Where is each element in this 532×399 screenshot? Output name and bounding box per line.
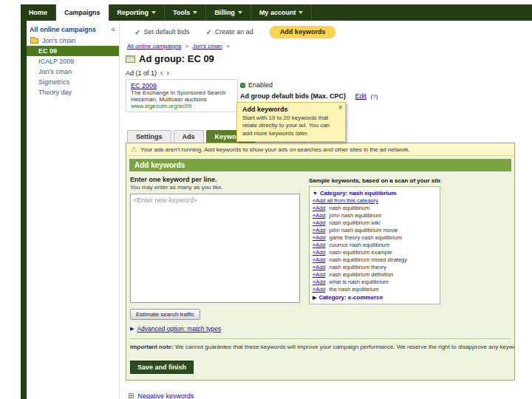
nav-tab-tools[interactable]: Tools [165, 4, 206, 21]
add-keyword-link[interactable]: «Add [313, 249, 326, 256]
estimate-search-traffic-button[interactable]: Estimate search traffic [130, 309, 200, 320]
add-keyword-link[interactable]: «Add [313, 279, 326, 286]
add-keyword-link[interactable]: «Add [313, 242, 326, 249]
sample-keywords-title: Sample keywords, based on a scan of your… [309, 177, 440, 184]
add-keyword-link[interactable]: «Add [313, 205, 326, 212]
sample-keyword-row: «Add the nash equilibrium [313, 286, 437, 293]
add-keyword-link[interactable]: «Add [313, 212, 326, 219]
chevron-down-icon [238, 11, 242, 14]
important-note: Important note: We cannot guarantee that… [126, 339, 514, 350]
add-keyword-link[interactable]: «Add [313, 227, 326, 234]
add-keyword-link[interactable]: «Add [313, 256, 326, 264]
ad-group-icon [126, 55, 135, 63]
sample-keyword-row: «Add john nash equilibrium [313, 212, 437, 219]
help-icon[interactable]: (?) [371, 93, 378, 100]
all-campaigns-link[interactable]: All online campaigns [30, 26, 96, 33]
ad-counter: Ad (1 of 1) [126, 69, 157, 77]
ad-description-line-2: Heckman, Multiuser auctions [131, 96, 233, 103]
advanced-option-link[interactable]: Advanced option: match types [137, 325, 221, 332]
advanced-option-row: ▶ Advanced option: match types [130, 325, 514, 332]
sidebar-item-jons-cman[interactable]: Jon's cman [27, 66, 119, 77]
breadcrumb-all-campaigns-link[interactable]: All online campaigns [127, 43, 181, 50]
keyword-category-e-commerce[interactable]: ▶ Category: e-commerce [313, 293, 437, 301]
add-label: Add [316, 205, 325, 211]
keywords-panel: ⚠ Your ads aren't running. Add keywords … [126, 143, 515, 381]
triangle-expanded-icon: ▼ [313, 189, 318, 197]
breadcrumb-separator: > [226, 43, 230, 50]
top-navigation: Home Campaigns Reporting Tools Billing M… [21, 4, 532, 21]
previous-ad-icon[interactable]: ‹ [160, 69, 163, 77]
campaigns-sidebar: All online campaigns « Jon's cman EC 09 … [27, 21, 120, 399]
add-all-from-category-link[interactable]: «Add all from this category [313, 197, 378, 205]
ad-preview: EC 2009 The Exchange in Sponsored Search… [126, 79, 238, 112]
sample-keyword-row: «Add nash equilibrium example [313, 249, 437, 256]
enabled-status-icon [240, 83, 245, 88]
notice-text: Your ads aren't running. Add keywords to… [140, 146, 410, 153]
expand-plus-icon[interactable]: ⊞ [128, 392, 134, 399]
check-icon: ✓ [134, 28, 140, 36]
tab-settings[interactable]: Settings [127, 130, 171, 143]
page-title: Ad group: EC 09 [139, 53, 214, 64]
keyword-category-nash-equilibrium[interactable]: ▼ Category: nash equilibrium [313, 189, 437, 197]
sample-keywords-box: ▼ Category: nash equilibrium «Add all fr… [309, 186, 440, 304]
chevron-down-icon [151, 11, 156, 14]
breadcrumb: All online campaigns > Jon's cman > [126, 43, 515, 50]
default-bids-label: Ad group default bids (Max. CPC) [240, 92, 346, 100]
sidebar-item-campaign-folder[interactable]: Jon's cman [27, 35, 119, 46]
category-label: Category: e-commerce [318, 293, 383, 301]
tab-ads[interactable]: Ads [174, 130, 204, 143]
breadcrumb-campaign-link[interactable]: Jon's cman [193, 43, 222, 50]
add-keyword-link[interactable]: «Add [313, 219, 326, 227]
setup-steps: ✓ Set default bids ✓ Create an ad Add ke… [126, 22, 515, 43]
add-keywords-callout: × Add keywords Start with 10 to 20 keywo… [236, 102, 346, 142]
negative-keywords-link[interactable]: Negative keywords [137, 392, 194, 399]
edit-bids-link[interactable]: Edit [355, 92, 367, 100]
add-keyword-link[interactable]: «Add [313, 286, 326, 293]
important-note-label: Important note: [130, 344, 174, 350]
callout-body: Start with 10 to 20 keywords that relate… [242, 115, 340, 137]
step-create-an-ad: ✓ Create an ad [205, 28, 253, 36]
add-label: Add [316, 227, 325, 233]
keywords-textarea[interactable]: <Enter new keyword> [130, 194, 300, 303]
add-keyword-link[interactable]: «Add [313, 234, 326, 242]
nav-tab-reporting[interactable]: Reporting [109, 4, 166, 21]
nav-tab-campaigns[interactable]: Campaigns [56, 4, 109, 21]
sample-keyword: nash equilibrium mixed strategy [330, 256, 407, 264]
add-keywords-section-header: Add keywords [129, 159, 511, 171]
sample-keyword: game theory nash equilibrium [330, 234, 402, 242]
triangle-collapsed-icon: ▶ [130, 326, 134, 332]
add-keyword-link[interactable]: «Add [313, 271, 326, 279]
sidebar-item-theory-day[interactable]: Theory day [27, 87, 119, 98]
keyword-entry-column: Enter one keyword per line. You may ente… [130, 176, 301, 306]
close-icon[interactable]: × [338, 103, 343, 112]
nav-tab-label: Tools [173, 9, 190, 16]
nav-tab-label: Reporting [117, 9, 149, 16]
save-and-finish-button[interactable]: Save and finish [130, 361, 194, 374]
next-ad-icon[interactable]: › [166, 69, 168, 77]
nav-tab-my-account[interactable]: My account [251, 4, 313, 21]
ad-description-line-1: The Exchange in Sponsored Search [131, 89, 233, 96]
step-label: Set default bids [143, 28, 189, 35]
add-label: Add [316, 212, 325, 219]
sample-keyword: nash equilibrium definition [330, 271, 394, 279]
nav-tab-home[interactable]: Home [21, 4, 56, 21]
step-add-keywords-current: Add keywords [270, 26, 336, 38]
add-keyword-link[interactable]: «Add [313, 264, 326, 271]
add-label: Add [316, 279, 325, 285]
callout-title: Add keywords [242, 106, 340, 113]
sidebar-item-label: Jon's cman [42, 37, 75, 44]
sidebar-accent-strip [21, 21, 27, 399]
sidebar-item-sigmetrics[interactable]: Sigmetrics [27, 77, 119, 87]
ad-headline-link[interactable]: EC 2009 [131, 82, 233, 89]
step-set-default-bids: ✓ Set default bids [134, 28, 189, 36]
add-label: Add [316, 256, 325, 263]
sidebar-item-icalp-2009[interactable]: ICALP 2009 [27, 56, 119, 66]
nav-tab-billing[interactable]: Billing [206, 4, 251, 21]
add-label: Add [316, 234, 325, 241]
collapse-sidebar-icon[interactable]: « [111, 25, 115, 33]
sidebar-item-ec09[interactable]: EC 09 [27, 46, 119, 56]
keywords-columns: Enter one keyword per line. You may ente… [126, 171, 514, 306]
sample-keyword-row: «Add nash equilibrium theory [313, 264, 437, 271]
status-label: Enabled [248, 81, 273, 89]
nav-tab-label: My account [259, 9, 296, 16]
